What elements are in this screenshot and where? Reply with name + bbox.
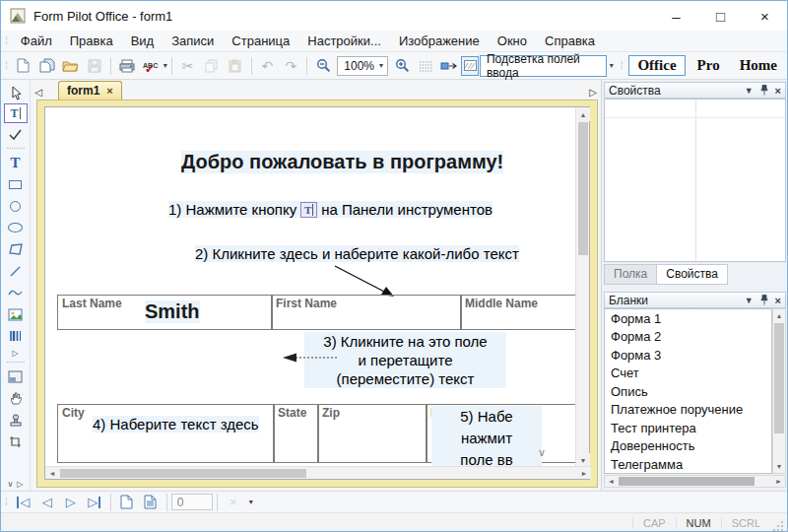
blanks-list[interactable]: Форма 1Форма 2Форма 3СчетОписьПлатежное …: [604, 308, 772, 474]
polygon-tool[interactable]: [4, 238, 28, 260]
circle-tool[interactable]: [4, 195, 28, 217]
scroll-up-icon[interactable]: ▲: [576, 107, 590, 121]
blank-list-item[interactable]: Платежное поручение: [605, 401, 771, 420]
page-content[interactable]: Добро пожаловать в программу! 1) Нажмите…: [45, 107, 576, 466]
edition-tab-office[interactable]: Office: [628, 55, 685, 76]
highlight-fields-button[interactable]: Подсветка полей ввода: [480, 55, 607, 77]
scroll-down-icon[interactable]: ▼: [576, 453, 590, 467]
image-tool[interactable]: [4, 303, 28, 325]
scroll-up-icon[interactable]: ▲: [773, 309, 785, 322]
blanks-horizontal-scrollbar[interactable]: ◄ ►: [604, 475, 786, 488]
menu-item[interactable]: Окно: [489, 32, 536, 50]
maximize-button[interactable]: □: [698, 1, 743, 31]
line-tool[interactable]: [4, 260, 28, 282]
record-number-input[interactable]: [171, 494, 213, 510]
horizontal-scroll-thumb[interactable]: [60, 469, 306, 478]
crop-tool[interactable]: [4, 431, 28, 452]
scroll-right-icon[interactable]: ►: [577, 467, 591, 479]
spellcheck-button[interactable]: ABC✓: [140, 55, 162, 77]
next-record-button[interactable]: ▷: [59, 493, 83, 512]
nav-overflow-button[interactable]: ▾: [249, 498, 253, 506]
blank-list-item[interactable]: Телеграмма: [605, 455, 771, 474]
delete-record-button[interactable]: ×: [222, 493, 245, 512]
last-name-value[interactable]: Smith: [145, 300, 200, 323]
insert-field-button[interactable]: [438, 55, 460, 77]
edition-tab-home[interactable]: Home: [732, 56, 785, 75]
pin-icon[interactable]: [760, 85, 768, 96]
blank-list-item[interactable]: Тест принтера: [605, 419, 771, 437]
spellcheck-dropdown[interactable]: ▾: [164, 61, 167, 70]
prev-record-button[interactable]: ◁: [35, 493, 59, 512]
zoom-level-combobox[interactable]: 100% ▾: [337, 56, 388, 76]
scroll-down-icon[interactable]: ▼: [773, 460, 785, 473]
toolbar-overflow-button[interactable]: ▾: [610, 61, 614, 70]
new-record-button[interactable]: [115, 493, 139, 512]
copy-document-button[interactable]: [36, 55, 58, 77]
name-form-table[interactable]: Last Name First Name Middle Name Smith: [57, 295, 576, 330]
select-tool[interactable]: [4, 82, 28, 103]
image-frame-tool[interactable]: [4, 366, 28, 387]
vertical-scroll-thumb[interactable]: [578, 122, 588, 255]
close-button[interactable]: ×: [743, 1, 787, 31]
last-record-button[interactable]: ▷: [83, 493, 106, 512]
tab-properties[interactable]: Свойства: [656, 264, 728, 285]
horizontal-scroll-thumb[interactable]: [619, 477, 755, 486]
blanks-vertical-scrollbar[interactable]: ▲ ▼: [772, 308, 786, 474]
document-tab[interactable]: form1 ×: [58, 81, 122, 100]
save-button[interactable]: [84, 55, 105, 77]
hand-tool[interactable]: [4, 387, 28, 409]
stamp-tool[interactable]: [4, 409, 28, 431]
first-record-button[interactable]: ◁: [12, 493, 35, 512]
text-field-tool[interactable]: T: [4, 103, 28, 123]
rectangle-tool[interactable]: [4, 173, 28, 195]
text-tool[interactable]: T: [4, 152, 28, 173]
print-button[interactable]: [116, 55, 138, 77]
new-document-button[interactable]: [13, 55, 34, 77]
panel-close-icon[interactable]: ×: [775, 85, 781, 97]
resize-grip-icon[interactable]: [772, 520, 784, 532]
more-text-chevron-icon[interactable]: ∨: [538, 446, 546, 459]
panel-collapse-icon[interactable]: ▼: [745, 296, 754, 305]
menu-item[interactable]: Вид: [122, 32, 164, 50]
menu-item[interactable]: Правка: [61, 32, 122, 50]
cut-button[interactable]: ✂: [177, 55, 199, 77]
tab-shelf[interactable]: Полка: [604, 264, 656, 285]
redo-button[interactable]: ↷: [280, 55, 301, 77]
menu-item[interactable]: Страница: [223, 32, 298, 50]
tab-scroll-left-button[interactable]: ◁: [31, 84, 46, 100]
barcode-tool[interactable]: [4, 325, 28, 347]
panel-close-icon[interactable]: ×: [775, 295, 781, 306]
zoom-in-button[interactable]: [391, 55, 413, 77]
property-grid[interactable]: [604, 99, 786, 262]
palette-bottom-expand[interactable]: ∨ ▷: [7, 480, 23, 491]
menu-item[interactable]: Настройки...: [298, 32, 390, 50]
menu-item[interactable]: Файл: [12, 32, 61, 50]
highlight-fields-toggle-icon[interactable]: [461, 56, 479, 76]
tab-scroll-right-button[interactable]: ▷: [585, 84, 601, 100]
document-vertical-scrollbar[interactable]: ▲ ▼: [575, 107, 589, 467]
grid-button[interactable]: [415, 55, 436, 77]
blank-list-item[interactable]: Опись: [605, 382, 771, 401]
tab-close-icon[interactable]: ×: [106, 85, 112, 97]
blank-list-item[interactable]: Форма 2: [605, 328, 771, 347]
duplicate-record-button[interactable]: [139, 493, 163, 512]
paste-button[interactable]: [225, 55, 246, 77]
palette-expand-button[interactable]: ▷: [4, 347, 28, 359]
open-button[interactable]: [60, 55, 82, 77]
ellipse-tool[interactable]: [4, 217, 28, 238]
pin-icon[interactable]: [760, 295, 768, 305]
scroll-right-icon[interactable]: ►: [772, 476, 785, 487]
freehand-tool[interactable]: [4, 282, 28, 303]
blank-list-item[interactable]: Счет: [605, 365, 771, 383]
minimize-button[interactable]: –: [654, 1, 698, 31]
zoom-out-button[interactable]: [312, 55, 334, 77]
copy-button[interactable]: [201, 55, 223, 77]
panel-collapse-icon[interactable]: ▼: [745, 86, 754, 96]
document-horizontal-scrollbar[interactable]: ◄ ►: [45, 466, 591, 479]
vertical-scroll-thumb[interactable]: [774, 323, 784, 433]
undo-button[interactable]: ↶: [256, 55, 278, 77]
edition-tab-pro[interactable]: Pro: [690, 56, 728, 75]
blank-list-item[interactable]: Форма 1: [605, 309, 771, 328]
checkmark-tool[interactable]: [4, 123, 28, 145]
menu-item[interactable]: Изображение: [390, 32, 489, 50]
